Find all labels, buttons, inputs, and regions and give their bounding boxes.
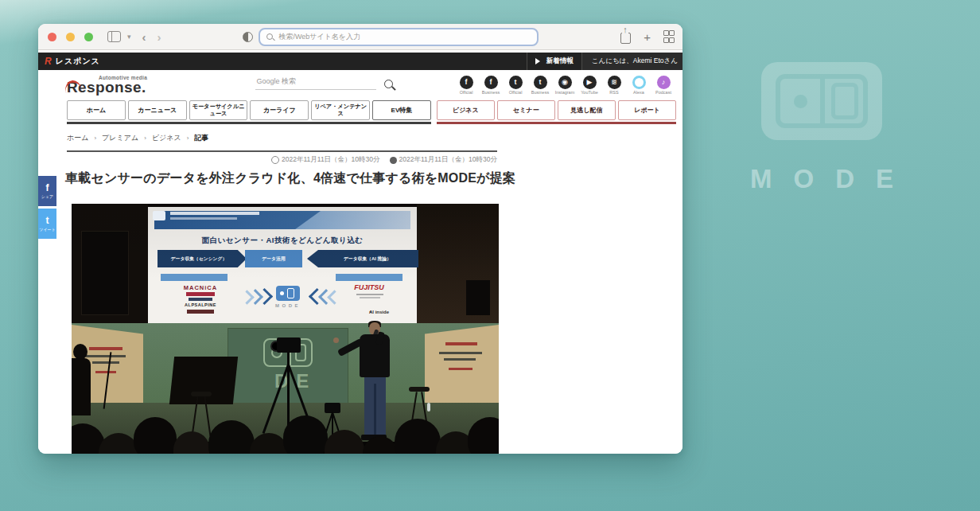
social-youtube[interactable]: ▶ YouTube bbox=[580, 76, 599, 96]
mode-logo-icon bbox=[761, 62, 882, 140]
twitter-icon: t bbox=[534, 76, 547, 89]
tab-catchup-stream[interactable]: 見逃し配信 bbox=[558, 100, 616, 120]
social-label: YouTube bbox=[581, 90, 598, 95]
nav-group-secondary: ビジネス セミナー 見逃し配信 レポート bbox=[437, 100, 676, 124]
chevron-down-icon[interactable]: ▾ bbox=[127, 33, 131, 41]
audience-head bbox=[283, 415, 328, 454]
clock-filled-icon bbox=[390, 157, 397, 164]
social-facebook-business[interactable]: f Business bbox=[481, 76, 500, 96]
social-label: Podcast bbox=[655, 90, 671, 95]
breadcrumb-separator: › bbox=[94, 135, 96, 142]
nav-group-primary: ホーム カーニュース モーターサイクルニュース カーライフ リペア・メンテナンス… bbox=[67, 100, 431, 124]
audience-head bbox=[134, 417, 177, 454]
privacy-shield-icon[interactable] bbox=[243, 32, 253, 42]
sidebar-toggle-icon[interactable] bbox=[107, 31, 121, 42]
mode-watermark-label: MODE bbox=[714, 164, 929, 194]
tab-overview-icon[interactable] bbox=[663, 30, 673, 43]
social-twitter-official[interactable]: t Official bbox=[506, 76, 525, 96]
clock-outline-icon bbox=[271, 156, 279, 164]
site-search-input[interactable]: Google 検索 bbox=[255, 76, 376, 90]
tab-business[interactable]: ビジネス bbox=[437, 100, 495, 120]
tab-seminar[interactable]: セミナー bbox=[497, 100, 555, 120]
social-instagram[interactable]: ◉ Instagram bbox=[555, 76, 574, 96]
twitter-share-button[interactable]: t ツイート bbox=[38, 209, 56, 239]
address-bar[interactable] bbox=[259, 28, 539, 46]
partner-logo-bar bbox=[189, 298, 212, 301]
mode-slide-logo-label: MODE bbox=[262, 303, 313, 308]
site-top-bar: R レスポンス 新着情報 こんにちは、Akemi Etoさん bbox=[38, 53, 682, 70]
speaker-legs bbox=[364, 377, 386, 436]
social-label: Alexa bbox=[633, 90, 644, 95]
facebook-icon: f bbox=[484, 76, 498, 89]
social-rss[interactable]: ≋ RSS bbox=[605, 76, 624, 96]
tab-report[interactable]: レポート bbox=[618, 100, 676, 120]
breadcrumb-home[interactable]: ホーム bbox=[67, 133, 88, 143]
site-search-icon[interactable] bbox=[384, 80, 393, 88]
mode-slide-logo-icon bbox=[276, 286, 300, 301]
speaker-torso bbox=[360, 334, 390, 377]
facebook-icon: f bbox=[460, 76, 473, 89]
backdrop-panel-right bbox=[425, 325, 499, 415]
mode-watermark: MODE bbox=[714, 62, 929, 194]
tab-repair-maintenance[interactable]: リペア・メンテナンス bbox=[311, 100, 370, 120]
tab-car-life[interactable]: カーライフ bbox=[250, 100, 309, 120]
social-label: RSS bbox=[609, 90, 618, 95]
tab-home[interactable]: ホーム bbox=[67, 100, 126, 120]
url-search-input[interactable] bbox=[277, 32, 471, 41]
ai-inside-label: AI inside bbox=[369, 310, 389, 314]
partner-logo-bar bbox=[186, 292, 215, 296]
podcast-icon: ♪ bbox=[657, 76, 671, 89]
slide-header-text-line bbox=[170, 217, 237, 220]
social-facebook-official[interactable]: f Official bbox=[457, 76, 476, 96]
partner-logo-bar bbox=[356, 294, 383, 295]
video-camera bbox=[277, 337, 301, 353]
social-label: Instagram bbox=[555, 90, 574, 95]
macnica-logo: MACNiCA bbox=[161, 284, 240, 291]
megaphone-icon bbox=[535, 58, 543, 64]
site-brand-label: レスポンス bbox=[56, 56, 100, 67]
facebook-share-label: シェア bbox=[41, 194, 53, 199]
brand-logo-text: Response. bbox=[67, 80, 200, 95]
tab-motorcycle-news[interactable]: モーターサイクルニュース bbox=[189, 100, 248, 120]
social-links: f Official f Business t Official t Busin… bbox=[447, 76, 676, 96]
close-window-button[interactable] bbox=[48, 33, 56, 41]
breadcrumb-premium[interactable]: プレミアム bbox=[102, 133, 138, 143]
facebook-share-button[interactable]: f シェア bbox=[38, 176, 56, 206]
article-title: 車載センサーのデータを外注クラウド化、4倍速で仕事する術をMODEが提案 bbox=[65, 170, 523, 187]
tab-car-news[interactable]: カーニュース bbox=[128, 100, 187, 120]
twitter-share-label: ツイート bbox=[39, 227, 55, 232]
stool bbox=[191, 392, 212, 436]
back-button[interactable]: ‹ bbox=[142, 31, 146, 43]
zoom-window-button[interactable] bbox=[84, 33, 93, 41]
divider bbox=[67, 150, 497, 152]
response-logo[interactable]: Automotive media Response. bbox=[67, 75, 200, 95]
facebook-icon: f bbox=[46, 183, 49, 193]
social-label: Official bbox=[460, 90, 473, 95]
speaker-box-silhouette bbox=[466, 280, 490, 315]
breadcrumb-business[interactable]: ビジネス bbox=[152, 133, 181, 143]
twitter-icon: t bbox=[46, 216, 49, 225]
instagram-icon: ◉ bbox=[558, 76, 572, 89]
news-info-button[interactable]: 新着情報 bbox=[527, 53, 581, 70]
forward-button[interactable]: › bbox=[158, 31, 161, 43]
seated-person-head bbox=[73, 344, 88, 360]
share-icon[interactable] bbox=[620, 33, 631, 44]
web-page: R レスポンス 新着情報 こんにちは、Akemi Etoさん Automotiv… bbox=[38, 53, 682, 454]
social-alexa[interactable]: Alexa bbox=[629, 76, 648, 96]
tab-ev-special[interactable]: EV特集 bbox=[372, 100, 431, 120]
social-twitter-business[interactable]: t Business bbox=[531, 76, 550, 96]
social-podcast[interactable]: ♪ Podcast bbox=[654, 76, 673, 96]
site-brand[interactable]: R レスポンス bbox=[38, 56, 100, 67]
minimize-window-button[interactable] bbox=[66, 33, 75, 41]
speaker-hand bbox=[333, 337, 339, 343]
social-label: Business bbox=[531, 90, 549, 95]
article-dates: 2022年11月11日（金）10時30分 2022年11月11日（金）10時30… bbox=[67, 155, 497, 165]
url-zone bbox=[168, 28, 615, 46]
slide-logo-chip bbox=[153, 211, 165, 220]
new-tab-button[interactable]: + bbox=[644, 31, 651, 43]
response-r-icon: R bbox=[45, 57, 52, 66]
masthead: Automotive media Response. Google 検索 f O… bbox=[38, 70, 682, 99]
water-bottle bbox=[427, 403, 430, 412]
published-date: 2022年11月11日（金）10時30分 bbox=[282, 155, 379, 165]
article-hero-photo: 面白いセンサー・AI技術をどんどん取り込む データ収集（センシング） データ活用… bbox=[72, 204, 499, 454]
